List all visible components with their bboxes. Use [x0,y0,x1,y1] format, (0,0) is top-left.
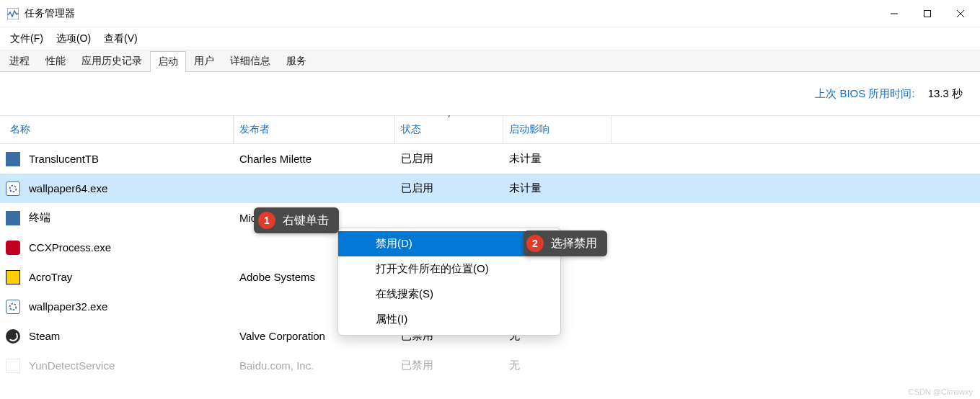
row-status: 已启用 [395,181,503,195]
app-icon [6,270,20,284]
row-name: wallpaper32.exe [29,300,107,313]
row-status: 已启用 [395,152,503,166]
col-impact[interactable]: 启动影响 [503,116,612,143]
ctx-properties[interactable]: 属性(I) [338,307,560,332]
annotation-label: 右键单击 [283,213,329,228]
tab-processes[interactable]: 进程 [1,50,37,71]
annotation-number: 1 [258,212,275,229]
app-icon [6,211,20,225]
close-button[interactable] [944,0,977,27]
ctx-open-location[interactable]: 打开文件所在的位置(O) [338,256,560,282]
sort-caret-icon: ˅ [447,115,451,122]
row-name: wallpaper64.exe [29,182,107,194]
menu-view[interactable]: 查看(V) [98,30,144,48]
row-name: YunDetectService [29,359,115,372]
row-name: AcroTray [29,271,72,283]
app-icon [6,359,20,373]
row-name: 终端 [29,211,50,225]
table-row[interactable]: wallpaper64.exe 已启用 未计量 [0,174,980,203]
col-status[interactable]: ˅ 状态 [395,116,503,143]
annotation-callout-1: 1 右键单击 [254,207,339,233]
app-icon [6,152,20,166]
annotation-callout-2: 2 选择禁用 [524,230,607,256]
tab-startup[interactable]: 启动 [150,51,186,72]
bios-time-label: 上次 BIOS 所用时间: [815,87,914,101]
row-impact: 未计量 [503,181,612,195]
row-name: CCXProcess.exe [29,241,111,254]
column-headers: 名称 发布者 ˅ 状态 启动影响 [0,115,980,144]
minimize-button[interactable] [878,0,911,27]
row-publisher: Charles Milette [234,153,395,165]
svg-point-6 [10,303,17,310]
svg-point-5 [10,185,17,192]
table-row[interactable]: YunDetectService Baidu.com, Inc. 已禁用 无 [0,351,980,380]
col-impact-label: 启动影响 [509,123,549,136]
menu-options[interactable]: 选项(O) [50,30,97,48]
annotation-number: 2 [526,235,544,252]
row-status: 已禁用 [395,359,503,372]
titlebar: 任务管理器 [0,0,980,27]
bios-time-value: 13.3 秒 [928,87,963,101]
maximize-button[interactable] [911,0,944,27]
table-row[interactable]: TranslucentTB Charles Milette 已启用 未计量 [0,144,980,174]
app-icon [6,300,20,314]
annotation-label: 选择禁用 [551,236,597,251]
col-name-label: 名称 [10,123,30,136]
tab-services[interactable]: 服务 [278,50,314,71]
tab-details[interactable]: 详细信息 [222,50,278,71]
menubar: 文件(F) 选项(O) 查看(V) [0,27,980,50]
app-icon [6,329,20,344]
col-name[interactable]: 名称 [0,116,234,143]
tab-users[interactable]: 用户 [186,50,222,71]
tab-performance[interactable]: 性能 [37,50,74,71]
col-publisher[interactable]: 发布者 [234,116,395,143]
watermark: CSDN @Cimswxy [909,387,973,396]
tabbar: 进程 性能 应用历史记录 启动 用户 详细信息 服务 [0,50,980,72]
app-icon [6,181,20,196]
menu-file[interactable]: 文件(F) [4,30,49,48]
row-name: Steam [29,330,60,342]
row-impact: 未计量 [503,152,612,166]
task-manager-icon [7,8,19,19]
svg-rect-2 [924,10,931,17]
window-title: 任务管理器 [25,7,878,20]
row-name: TranslucentTB [29,153,99,165]
col-status-label: 状态 [401,123,421,136]
row-publisher: Baidu.com, Inc. [234,359,395,372]
tab-app-history[interactable]: 应用历史记录 [74,50,150,71]
col-publisher-label: 发布者 [239,123,270,136]
bios-time-row: 上次 BIOS 所用时间: 13.3 秒 [0,72,980,115]
app-icon [6,241,20,255]
ctx-search-online[interactable]: 在线搜索(S) [338,282,560,307]
row-impact: 无 [503,359,612,372]
